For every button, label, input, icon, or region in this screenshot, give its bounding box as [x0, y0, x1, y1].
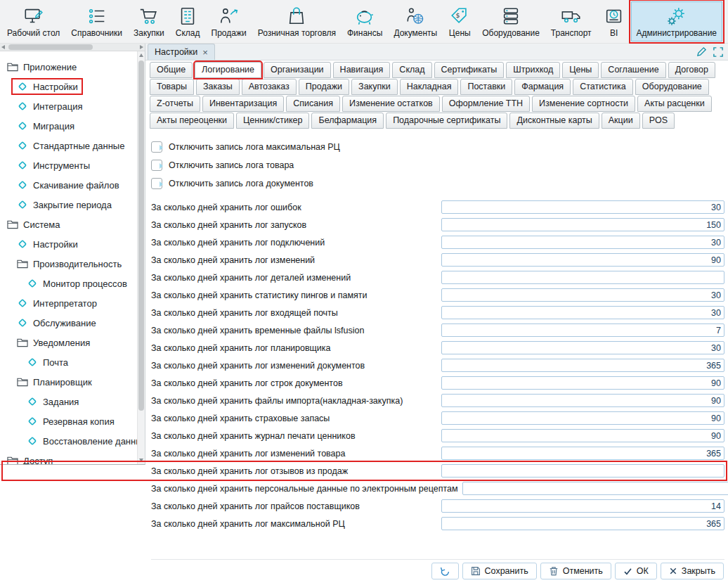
edit-pencil-icon[interactable] [696, 46, 707, 57]
toolbar-item-purchases[interactable]: Закупки [128, 1, 170, 41]
tree-item[interactable]: Закрытие периода [0, 195, 145, 214]
horizontal-scrollbar-thumb[interactable] [8, 44, 93, 50]
field-input[interactable] [441, 517, 724, 530]
field-input[interactable] [441, 499, 724, 513]
field-input[interactable] [441, 359, 724, 372]
ok-button[interactable]: ОК [615, 563, 657, 579]
settings-tab[interactable]: Штрихкод [506, 62, 560, 78]
settings-tab[interactable]: Акты переоценки [150, 113, 234, 129]
settings-tab[interactable]: Заказы [196, 79, 240, 95]
settings-tab[interactable]: Дисконтные карты [509, 113, 599, 129]
settings-tab[interactable]: POS [642, 113, 675, 129]
tree-item[interactable]: Производительность [0, 254, 145, 274]
scroll-left-arrow[interactable] [1, 45, 5, 49]
document-tab-settings[interactable]: Настройки × [148, 44, 215, 60]
settings-tab[interactable]: Списания [286, 96, 340, 112]
field-input[interactable] [441, 288, 724, 302]
field-input[interactable] [441, 271, 724, 284]
toolbar-item-bi[interactable]: BI [597, 1, 631, 41]
toolbar-item-administration[interactable]: Администрирование [631, 1, 722, 41]
toolbar-item-transport[interactable]: Транспорт [545, 1, 597, 41]
tree-item[interactable]: Приложение [0, 57, 145, 77]
toolbar-item-warehouse[interactable]: Склад [170, 1, 206, 41]
field-input[interactable] [441, 218, 724, 231]
field-input[interactable] [462, 482, 728, 495]
vertical-scrollbar-thumb[interactable] [138, 60, 144, 411]
settings-tab[interactable]: Подарочные сертификаты [386, 113, 507, 129]
field-input[interactable] [441, 323, 724, 337]
field-input[interactable] [441, 447, 724, 460]
toolbar-item-finance[interactable]: Финансы [342, 1, 388, 41]
settings-tab[interactable]: Акты расценки [637, 96, 712, 112]
tree-vertical-scrollbar[interactable] [137, 51, 145, 464]
field-input[interactable] [441, 394, 724, 407]
checkbox[interactable] [151, 160, 162, 171]
settings-tab[interactable]: Договор [668, 62, 715, 78]
tree-item[interactable]: Резервная копия [0, 411, 145, 431]
tree-item[interactable]: Обслуживание [0, 313, 145, 333]
tree-item[interactable]: Монитор процессов [0, 274, 145, 293]
save-button[interactable]: Сохранить [462, 563, 537, 579]
settings-tab[interactable]: Фармация [514, 79, 571, 95]
tree-item[interactable]: Система [0, 214, 145, 234]
fullscreen-icon[interactable] [713, 47, 723, 57]
settings-tab[interactable]: Поставки [460, 79, 512, 95]
toolbar-item-prices[interactable]: $Цены [443, 1, 476, 41]
settings-tab[interactable]: Логирование [195, 62, 261, 78]
settings-tab[interactable]: Изменение остатков [342, 96, 440, 112]
settings-tab[interactable]: Общие [150, 62, 193, 78]
settings-tab[interactable]: Склад [392, 62, 431, 78]
refresh-button[interactable] [431, 563, 459, 579]
settings-tab[interactable]: Инвентаризация [202, 96, 284, 112]
field-input[interactable] [441, 376, 724, 390]
field-input[interactable] [441, 236, 724, 249]
settings-tab[interactable]: Накладная [400, 79, 459, 95]
toolbar-item-equipment[interactable]: Оборудование [476, 1, 545, 41]
scroll-down-arrow[interactable] [139, 459, 143, 462]
tree-item[interactable]: Планировщик [0, 372, 145, 392]
tree-item[interactable]: Скачивание файлов [0, 175, 145, 195]
field-input[interactable] [441, 200, 724, 214]
tree-item[interactable]: Интерпретатор [0, 293, 145, 313]
settings-tab[interactable]: Автозаказ [242, 79, 297, 95]
close-button[interactable]: Закрыть [661, 563, 724, 579]
toolbar-item-sales[interactable]: Продажи [206, 1, 252, 41]
settings-tab[interactable]: Z-отчеты [150, 96, 200, 112]
tab-close-icon[interactable]: × [202, 48, 208, 57]
settings-tab[interactable]: Цены [562, 62, 599, 78]
field-input[interactable] [441, 411, 724, 425]
settings-tab[interactable]: Сертификаты [434, 62, 505, 78]
tree-item[interactable]: Настройки [0, 77, 145, 96]
settings-tab[interactable]: Оборудование [635, 79, 709, 95]
field-input[interactable] [441, 341, 724, 354]
checkbox[interactable] [151, 178, 162, 189]
settings-tab[interactable]: Закупки [351, 79, 398, 95]
field-input[interactable] [441, 306, 724, 319]
field-input[interactable] [441, 253, 724, 267]
tree-item[interactable]: Интеграция [0, 96, 145, 116]
cancel-button[interactable]: Отменить [540, 563, 611, 579]
tree-item[interactable]: Уведомления [0, 333, 145, 352]
settings-tab[interactable]: Продажи [299, 79, 349, 95]
tree-item[interactable]: Задания [0, 392, 145, 411]
settings-tab[interactable]: Соглашение [601, 62, 665, 78]
tree-item[interactable]: Восстановление данных [0, 431, 145, 451]
settings-tab[interactable]: Навигация [333, 62, 391, 78]
toolbar-item-references[interactable]: Справочники [65, 1, 128, 41]
tree-item[interactable]: Доступ [0, 451, 145, 465]
field-input[interactable] [441, 429, 724, 442]
scroll-up-arrow[interactable] [139, 53, 143, 57]
field-input[interactable] [441, 464, 724, 478]
settings-tab[interactable]: Ценник/стикер [236, 113, 309, 129]
tree-item[interactable]: Инструменты [0, 155, 145, 175]
tree-item[interactable]: Настройки [0, 234, 145, 254]
settings-tab[interactable]: Белфармация [311, 113, 384, 129]
scroll-right-arrow[interactable] [140, 45, 143, 49]
tree-horizontal-scrollbar[interactable] [0, 44, 145, 51]
settings-tab[interactable]: Организации [264, 62, 331, 78]
tree-item[interactable]: Почта [0, 352, 145, 372]
settings-tab[interactable]: Акции [602, 113, 640, 129]
toolbar-item-documents[interactable]: Документы [388, 1, 443, 41]
tree-item[interactable]: Миграция [0, 116, 145, 136]
toolbar-item-retail[interactable]: Розничная торговля [252, 1, 342, 41]
